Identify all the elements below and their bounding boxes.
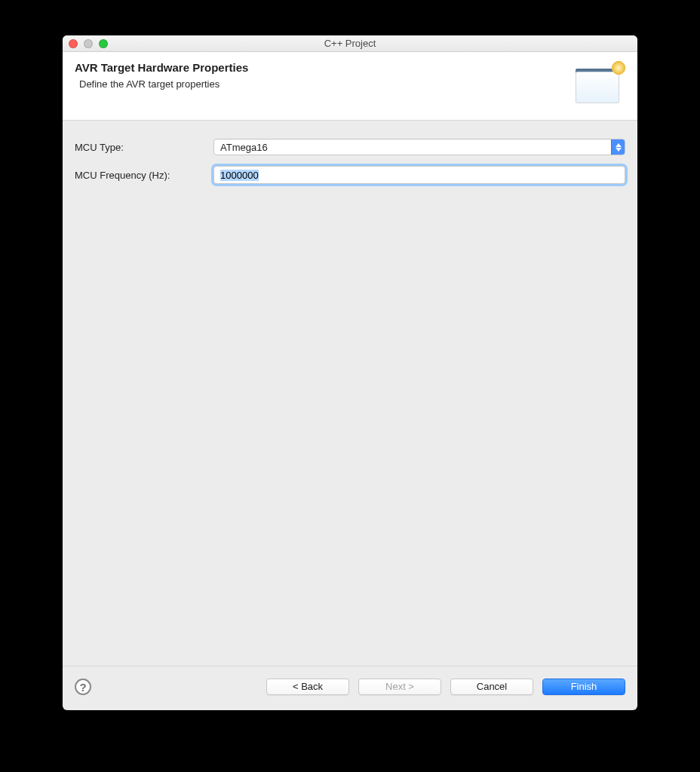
- titlebar: C++ Project: [63, 35, 637, 52]
- mcu-type-label: MCU Type:: [75, 142, 209, 153]
- wizard-window: C++ Project AVR Target Hardware Properti…: [63, 35, 637, 710]
- back-button[interactable]: < Back: [266, 679, 349, 695]
- mcu-frequency-row: MCU Frequency (Hz):: [75, 166, 625, 184]
- finish-button[interactable]: Finish: [542, 679, 625, 695]
- mcu-type-value: ATmega16: [220, 142, 268, 153]
- mcu-frequency-label: MCU Frequency (Hz):: [75, 170, 209, 181]
- wizard-footer: ? < Back Next > Cancel Finish: [63, 666, 637, 710]
- mcu-type-combo[interactable]: ATmega16: [213, 139, 625, 155]
- minimize-icon: [84, 39, 93, 48]
- help-icon[interactable]: ?: [75, 679, 91, 695]
- cancel-button[interactable]: Cancel: [450, 679, 533, 695]
- chevron-up-down-icon[interactable]: [611, 139, 625, 155]
- mcu-type-row: MCU Type: ATmega16: [75, 139, 625, 155]
- window-controls: [69, 39, 108, 48]
- wizard-content: MCU Type: ATmega16 MCU Frequency (Hz):: [63, 121, 637, 666]
- page-title: AVR Target Hardware Properties: [75, 61, 248, 74]
- wizard-banner: AVR Target Hardware Properties Define th…: [63, 52, 637, 121]
- close-icon[interactable]: [69, 39, 78, 48]
- zoom-icon[interactable]: [99, 39, 108, 48]
- window-title: C++ Project: [63, 38, 637, 49]
- wizard-banner-icon: [573, 61, 625, 105]
- mcu-frequency-input[interactable]: [213, 166, 625, 184]
- next-button: Next >: [358, 679, 441, 695]
- page-subtitle: Define the AVR target properties: [75, 78, 248, 90]
